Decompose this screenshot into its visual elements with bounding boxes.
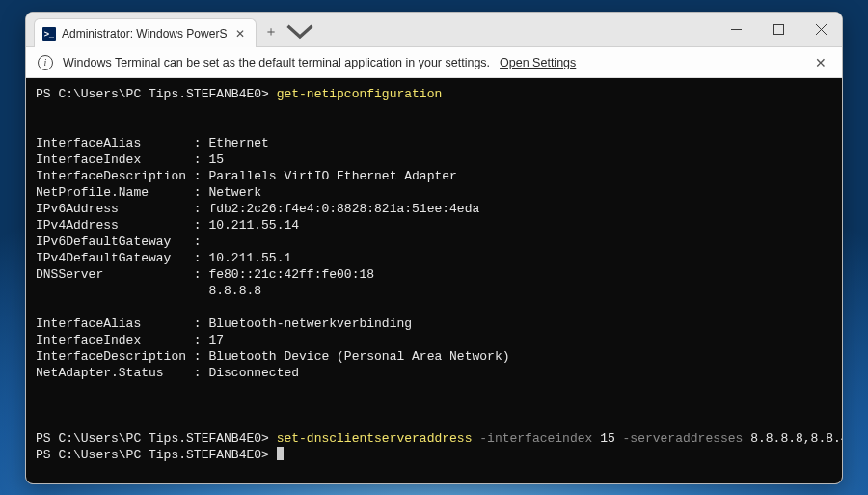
open-settings-link[interactable]: Open Settings (500, 56, 576, 69)
minimize-button[interactable] (715, 12, 757, 46)
tab-menu-button[interactable] (285, 17, 314, 46)
close-tab-button[interactable]: ✕ (232, 26, 248, 41)
svg-rect-0 (773, 24, 783, 34)
info-icon: i (38, 55, 53, 70)
close-infobar-button[interactable]: ✕ (811, 53, 830, 72)
maximize-button[interactable] (757, 12, 800, 46)
new-tab-button[interactable]: ＋ (257, 17, 285, 46)
close-window-button[interactable] (800, 12, 842, 46)
titlebar: >_ Administrator: Windows PowerS ✕ ＋ (26, 13, 842, 47)
tab-powershell[interactable]: >_ Administrator: Windows PowerS ✕ (34, 18, 257, 47)
tab-title: Administrator: Windows PowerS (62, 27, 227, 41)
terminal-output[interactable]: PS C:\Users\PC Tips.STEFANB4E0> get-neti… (26, 78, 842, 483)
info-bar: i Windows Terminal can be set as the def… (26, 47, 842, 78)
info-message: Windows Terminal can be set as the defau… (63, 56, 490, 69)
powershell-icon: >_ (42, 27, 56, 41)
terminal-window: >_ Administrator: Windows PowerS ✕ ＋ i W… (25, 12, 843, 484)
window-controls (715, 12, 842, 46)
chevron-down-icon (285, 17, 314, 46)
